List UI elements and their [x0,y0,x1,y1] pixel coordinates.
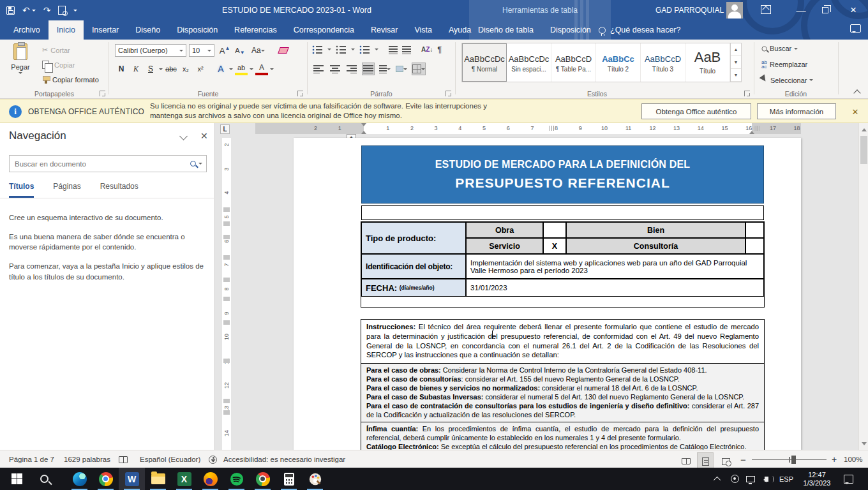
consultoria-mark-cell[interactable] [745,238,764,254]
font-size-combo[interactable]: 10 [189,44,214,57]
servicio-cell[interactable]: Servicio [466,238,543,254]
word-taskbar-button[interactable]: W [119,468,145,490]
nav-search-box[interactable] [9,155,207,172]
page-indicator[interactable]: Página 1 de 7 [9,450,54,468]
align-center-button[interactable] [329,63,341,75]
paragraph-dialog-launcher[interactable] [445,91,451,96]
format-painter-button[interactable]: Copiar formato [40,75,101,85]
font-name-combo[interactable]: Calibri (Cuerpo) [115,44,186,57]
strikethrough-button[interactable]: abc [165,63,177,75]
text-effects-button[interactable]: A [214,63,227,75]
account-name[interactable]: GAD PARROQUIAL [655,0,724,20]
underline-caret[interactable] [159,68,163,72]
minimize-button[interactable]: — [790,0,812,20]
increase-indent-icon[interactable] [402,45,411,54]
accessibility-icon[interactable] [209,450,217,468]
align-left-button[interactable] [312,63,325,75]
word-count[interactable]: 1629 palabras [64,450,110,468]
network-icon[interactable] [743,468,758,490]
bullet-list-icon[interactable] [312,45,323,54]
redo-icon[interactable]: ↷ [43,5,51,15]
line-spacing-button[interactable] [378,63,391,75]
excel-taskbar-button[interactable]: X [171,468,197,490]
bold-button[interactable]: N [115,63,128,75]
zoom-level[interactable]: 100% [844,450,862,468]
find-button[interactable]: Buscar [759,43,800,54]
language-tray[interactable]: ESP [776,468,797,490]
zoom-in-icon[interactable]: + [832,450,837,468]
save-icon[interactable] [6,6,15,15]
doc-instructions-table[interactable]: Instrucciones: El técnico del área requi… [361,319,765,450]
styles-gallery-scroll[interactable]: ▲ ▼ ▼ [730,43,741,82]
borders-button[interactable] [412,63,426,75]
highlight-caret[interactable] [250,68,253,72]
clear-formatting-button[interactable] [277,44,290,57]
nav-search-input[interactable] [10,160,190,168]
avatar[interactable] [726,2,743,19]
superscript-button[interactable]: x² [194,63,207,75]
scroll-up-icon[interactable] [859,123,868,133]
zoom-out-icon[interactable]: − [740,450,746,468]
obra-cell[interactable]: Obra [466,222,543,238]
edge-taskbar-button[interactable] [66,468,93,490]
warning-close-icon[interactable]: ✕ [849,105,862,118]
taskbar-search-button[interactable] [31,468,57,490]
nav-search-icon[interactable] [190,161,196,167]
select-button[interactable]: Seleccionar [759,74,816,86]
zoom-slider-handle[interactable] [791,456,796,464]
nav-tab[interactable]: Títulos [9,182,34,198]
contextual-tab[interactable]: Disposición [542,20,599,40]
align-right-button[interactable] [345,63,358,75]
customize-qat-icon[interactable] [73,8,77,13]
replace-button[interactable]: abac Reemplazar [759,59,810,70]
style-no-spacing[interactable]: AaBbCcDcSin espaci... [507,43,551,82]
change-case-button[interactable]: Aa [251,44,265,57]
start-button[interactable] [4,468,30,490]
bien-cell[interactable]: Bien [566,222,745,238]
ribbon-tab[interactable]: Inicio [49,20,84,40]
explorer-taskbar-button[interactable] [145,468,171,490]
tray-chevron-up-icon[interactable] [712,468,724,490]
sort-icon[interactable]: AZ↓ [421,46,433,53]
calculator-taskbar-button[interactable] [276,468,302,490]
tab-stop-selector[interactable]: L [220,124,230,134]
underline-button[interactable]: S [144,63,157,75]
paint-taskbar-button[interactable] [302,468,328,490]
nav-search-caret[interactable] [198,163,202,167]
cut-button[interactable]: ✂Cortar [40,45,73,56]
ribbon-tab[interactable]: Insertar [84,20,127,40]
paste-button[interactable]: Pegar [6,43,34,76]
proofing-icon[interactable] [119,450,128,468]
vertical-scrollbar[interactable] [858,123,868,450]
doc-banner[interactable]: ESTUDIO DE MERCADO PARA LA DEFINICIÓN DE… [361,145,764,204]
feedback-icon[interactable] [850,24,861,33]
date-label-cell[interactable]: FECHA: (día/mes/año) [361,279,466,297]
servicio-mark-cell[interactable]: X [543,238,566,254]
chrome-taskbar-button[interactable] [93,468,119,490]
undo-icon[interactable]: ↶ [22,5,36,15]
ribbon-tab[interactable]: Archivo [5,20,49,40]
collapse-ribbon-icon[interactable] [853,88,862,94]
style-normal[interactable]: AaBbCcDc¶ Normal [462,43,507,82]
justify-button[interactable] [362,63,375,75]
document-page[interactable]: ESTUDIO DE MERCADO PARA LA DEFINICIÓN DE… [294,138,801,450]
styles-dialog-launcher[interactable] [744,91,750,96]
shrink-font-button[interactable]: A▼ [234,44,246,57]
doc-empty-row[interactable] [361,205,764,220]
close-button[interactable]: × [842,0,864,20]
style-table-paragraph[interactable]: AaBbCcD¶ Table Pa... [551,43,596,82]
hanging-indent-marker[interactable] [361,128,366,134]
clock-tray[interactable]: 12:471/3/2023 [798,468,836,490]
obra-mark-cell[interactable] [543,222,566,238]
tell-me-box[interactable]: ¿Qué desea hacer? [599,20,681,40]
h-ruler[interactable]: 21123456789101112131415161718 [255,123,801,134]
italic-button[interactable]: K [130,63,142,75]
volume-icon[interactable] [758,468,775,490]
ribbon-tab[interactable]: Revisar [363,20,406,40]
action-center-icon[interactable] [840,468,857,490]
restore-button[interactable] [814,0,836,20]
nav-tab[interactable]: Resultados [100,182,138,198]
ribbon-display-options-icon[interactable] [761,5,771,14]
pilcrow-icon[interactable]: ¶ [437,45,442,54]
shading-button[interactable] [395,63,408,75]
